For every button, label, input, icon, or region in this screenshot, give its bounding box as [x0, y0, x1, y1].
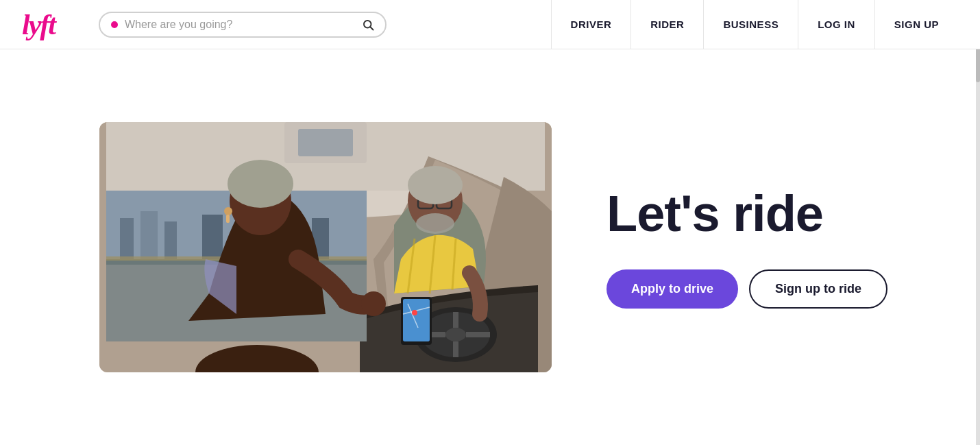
header: lyft DRIVER RIDER BUSINESS LOG IN SIGN U…: [0, 0, 980, 49]
search-button[interactable]: [362, 19, 374, 31]
svg-point-43: [408, 166, 463, 204]
svg-point-35: [228, 160, 293, 208]
logo[interactable]: lyft: [22, 10, 55, 39]
search-box[interactable]: [99, 12, 387, 38]
hero-text: Let's ride Apply to drive Sign up to rid…: [607, 186, 898, 308]
apply-to-drive-button[interactable]: Apply to drive: [607, 269, 738, 309]
nav-item-rider[interactable]: RIDER: [630, 0, 703, 49]
search-area: [99, 12, 387, 38]
svg-line-1: [371, 27, 373, 29]
hero-image: [99, 122, 552, 372]
hero-heading: Let's ride: [607, 186, 898, 241]
hero-illustration: [99, 122, 552, 372]
svg-point-38: [361, 291, 386, 316]
hero-buttons: Apply to drive Sign up to ride: [607, 269, 898, 309]
svg-point-19: [412, 310, 417, 315]
nav-item-login[interactable]: LOG IN: [798, 0, 874, 49]
scrollbar-track[interactable]: [976, 0, 980, 445]
main-content: Let's ride Apply to drive Sign up to rid…: [0, 49, 980, 445]
search-icon: [362, 19, 374, 31]
lyft-logo-text: lyft: [22, 9, 55, 40]
nav-item-business[interactable]: BUSINESS: [703, 0, 798, 49]
nav-item-signup[interactable]: SIGN UP: [874, 0, 958, 49]
svg-point-44: [416, 213, 454, 234]
location-dot-icon: [111, 21, 118, 28]
svg-rect-16: [403, 299, 430, 341]
nav-links: DRIVER RIDER BUSINESS LOG IN SIGN UP: [551, 0, 958, 49]
svg-point-0: [364, 21, 371, 28]
svg-point-9: [445, 328, 466, 341]
sign-up-to-ride-button[interactable]: Sign up to ride: [749, 269, 887, 309]
svg-rect-6: [298, 129, 353, 156]
search-input[interactable]: [125, 19, 355, 31]
svg-rect-37: [226, 215, 230, 223]
svg-point-36: [224, 207, 232, 215]
nav-item-driver[interactable]: DRIVER: [551, 0, 631, 49]
